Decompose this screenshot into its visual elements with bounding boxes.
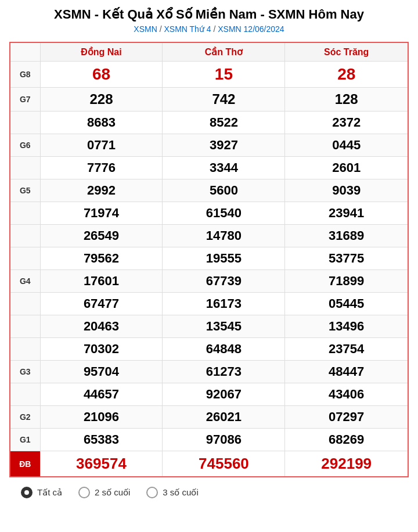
filter-3so[interactable]: 3 số cuối (146, 487, 198, 498)
g4-2-v1: 26549 (40, 225, 163, 247)
g4-6-v2: 13545 (163, 315, 285, 338)
g3-1-v1: 95704 (40, 361, 163, 383)
table-row-g6-1: 8683 8522 2372 (10, 112, 408, 134)
table-row-g5: G5 2992 5600 9039 (10, 179, 408, 202)
page-title: XSMN - Kết Quả Xổ Số Miền Nam - SXMN Hôm… (9, 7, 409, 22)
g6-2-v1: 0771 (40, 134, 163, 157)
g4-5-v3: 05445 (285, 293, 408, 315)
label-g6-3 (10, 157, 40, 179)
radio-all[interactable] (21, 487, 33, 498)
g5-v3: 9039 (285, 179, 408, 202)
filter-all-label: Tất cả (37, 487, 62, 498)
table-row-g7: G7 228 742 128 (10, 88, 408, 112)
g6-1-v2: 8522 (163, 112, 285, 134)
radio-2so[interactable] (78, 487, 90, 498)
breadcrumb-link-thu4[interactable]: XSMN Thứ 4 (164, 24, 211, 34)
table-row-g4-4: G4 17601 67739 71899 (10, 270, 408, 293)
table-row-g2: G2 21096 26021 07297 (10, 406, 408, 429)
g4-1-v3: 23941 (285, 202, 408, 225)
label-g2: G2 (10, 406, 40, 429)
db-v1: 369574 (40, 451, 163, 477)
g1-v1: 65383 (40, 429, 163, 451)
label-g3-2 (10, 383, 40, 406)
table-row-g4-3: 79562 19555 53775 (10, 247, 408, 270)
table-row-g3-1: G3 95704 61273 48447 (10, 361, 408, 383)
g2-v1: 21096 (40, 406, 163, 429)
g6-2-v2: 3927 (163, 134, 285, 157)
table-row-g6-3: 7776 3344 2601 (10, 157, 408, 179)
g2-v3: 07297 (285, 406, 408, 429)
g4-5-v2: 16173 (163, 293, 285, 315)
filter-bar: Tất cả 2 số cuối 3 số cuối (9, 487, 409, 498)
label-g8: G8 (10, 62, 40, 88)
g7-v2: 742 (163, 88, 285, 112)
g4-2-v2: 14780 (163, 225, 285, 247)
g3-1-v3: 48447 (285, 361, 408, 383)
db-v2: 745560 (163, 451, 285, 477)
g6-1-v3: 2372 (285, 112, 408, 134)
g4-7-v2: 64848 (163, 338, 285, 361)
table-row-g4-1: 71974 61540 23941 (10, 202, 408, 225)
label-g6-1 (10, 112, 40, 134)
label-g3-1: G3 (10, 361, 40, 383)
g8-v2: 15 (163, 62, 285, 88)
g3-2-v1: 44657 (40, 383, 163, 406)
header-canTho: Cần Thơ (163, 42, 285, 62)
filter-2so[interactable]: 2 số cuối (78, 487, 130, 498)
g4-4-v3: 71899 (285, 270, 408, 293)
g3-2-v2: 92067 (163, 383, 285, 406)
g8-v3: 28 (285, 62, 408, 88)
g6-3-v3: 2601 (285, 157, 408, 179)
g4-3-v3: 53775 (285, 247, 408, 270)
g4-4-v1: 17601 (40, 270, 163, 293)
breadcrumb-link-date[interactable]: XSMN 12/06/2024 (218, 24, 284, 34)
g7-v1: 228 (40, 88, 163, 112)
g1-v2: 97086 (163, 429, 285, 451)
filter-3so-label: 3 số cuối (163, 487, 198, 498)
table-row-g4-2: 26549 14780 31689 (10, 225, 408, 247)
label-g7: G7 (10, 88, 40, 112)
g4-1-v1: 71974 (40, 202, 163, 225)
db-v3: 292199 (285, 451, 408, 477)
table-row-g4-7: 70302 64848 23754 (10, 338, 408, 361)
header-socTrang: Sóc Trăng (285, 42, 408, 62)
g5-v2: 5600 (163, 179, 285, 202)
table-row-g6-2: G6 0771 3927 0445 (10, 134, 408, 157)
g8-v1: 68 (40, 62, 163, 88)
radio-3so[interactable] (146, 487, 158, 498)
header-dongNai: Đồng Nai (40, 42, 163, 62)
g5-v1: 2992 (40, 179, 163, 202)
label-g4-2 (10, 225, 40, 247)
header-label-col (10, 42, 40, 62)
g6-3-v2: 3344 (163, 157, 285, 179)
label-g1: G1 (10, 429, 40, 451)
label-g4-5 (10, 293, 40, 315)
g6-2-v3: 0445 (285, 134, 408, 157)
breadcrumb-link-xsmn[interactable]: XSMN (134, 24, 157, 34)
g3-1-v2: 61273 (163, 361, 285, 383)
label-g5: G5 (10, 179, 40, 202)
page-wrapper: XSMN - Kết Quả Xổ Số Miền Nam - SXMN Hôm… (0, 0, 418, 510)
label-g4-3 (10, 247, 40, 270)
table-row-g1: G1 65383 97086 68269 (10, 429, 408, 451)
g6-1-v1: 8683 (40, 112, 163, 134)
table-row-g4-6: 20463 13545 13496 (10, 315, 408, 338)
g4-7-v3: 23754 (285, 338, 408, 361)
label-g4-1 (10, 202, 40, 225)
g7-v3: 128 (285, 88, 408, 112)
g1-v3: 68269 (285, 429, 408, 451)
g3-2-v3: 43406 (285, 383, 408, 406)
table-row-g8: G8 68 15 28 (10, 62, 408, 88)
g2-v2: 26021 (163, 406, 285, 429)
g4-5-v1: 67477 (40, 293, 163, 315)
g4-1-v2: 61540 (163, 202, 285, 225)
filter-all[interactable]: Tất cả (21, 487, 62, 498)
label-g4-4: G4 (10, 270, 40, 293)
label-g4-6 (10, 315, 40, 338)
g4-7-v1: 70302 (40, 338, 163, 361)
g4-3-v1: 79562 (40, 247, 163, 270)
filter-2so-label: 2 số cuối (95, 487, 130, 498)
g4-2-v3: 31689 (285, 225, 408, 247)
g4-6-v3: 13496 (285, 315, 408, 338)
table-row-db: ĐB 369574 745560 292199 (10, 451, 408, 477)
